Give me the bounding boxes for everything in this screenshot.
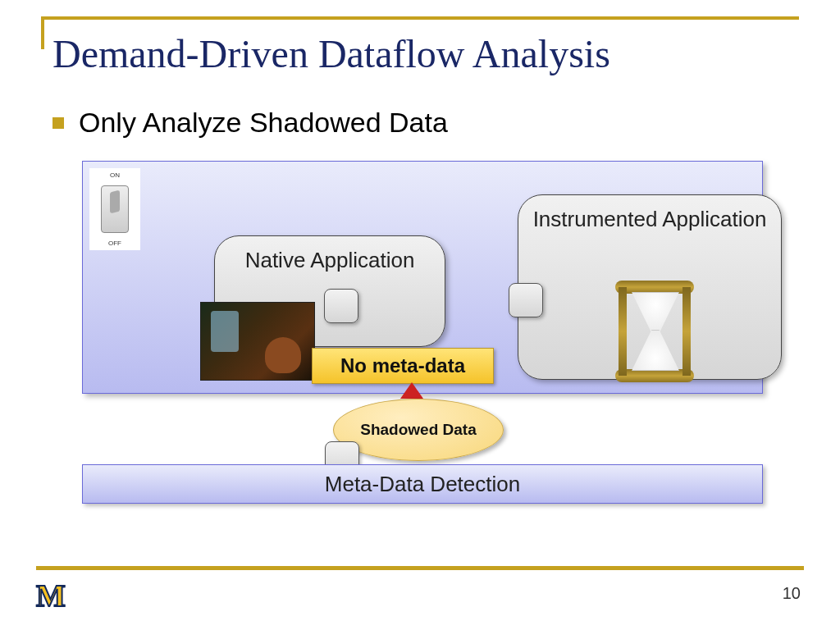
- page-number: 10: [783, 584, 801, 603]
- title-corner-rule: [41, 16, 799, 21]
- small-box-center: [324, 289, 358, 323]
- switch-off-label: OFF: [108, 240, 121, 247]
- footer-rule: [36, 566, 804, 570]
- hourglass-icon: [615, 281, 694, 382]
- michigan-logo: M: [36, 578, 62, 614]
- switch-on-label: ON: [110, 171, 120, 179]
- bullet-square-icon: [52, 117, 64, 129]
- on-off-switch-icon: ON OFF: [89, 168, 140, 250]
- bullet-text: Only Analyze Shadowed Data: [79, 107, 448, 139]
- meta-data-detection-bar: Meta-Data Detection: [82, 464, 763, 504]
- game-screenshot-icon: [200, 302, 315, 381]
- bullet-row: Only Analyze Shadowed Data: [52, 107, 448, 139]
- no-metadata-label: No meta-data: [312, 348, 494, 384]
- slide: Demand-Driven Dataflow Analysis Only Ana…: [0, 0, 840, 630]
- callout-arrow-icon: [400, 382, 423, 399]
- small-box-right: [509, 283, 543, 317]
- slide-title: Demand-Driven Dataflow Analysis: [52, 31, 610, 76]
- switch-lever-icon: [101, 185, 129, 233]
